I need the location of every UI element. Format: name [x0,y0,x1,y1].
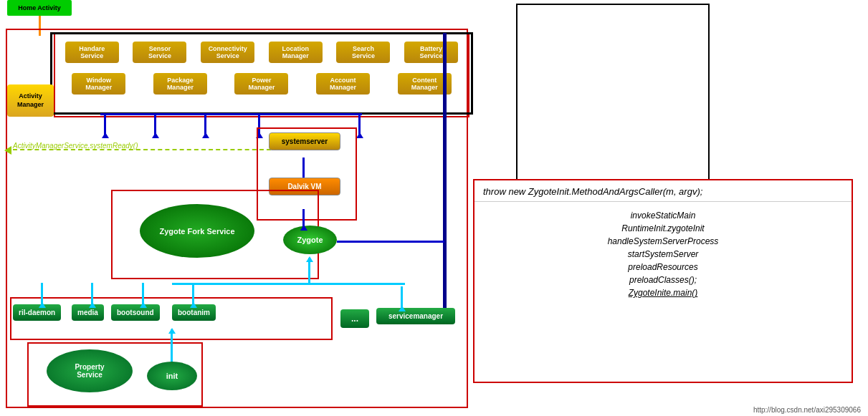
services-outer-box: HandareService SensorService Connectivit… [50,32,473,115]
service-power: PowerManager [234,73,288,95]
code-line-3: handleSystemServerProcess [489,235,837,248]
service-account: AccountManager [316,73,370,95]
code-line-1: invokeStaticMain [489,209,837,222]
blue-hline [100,113,362,115]
ril-daemon-box: ril-daemon [13,304,61,321]
cyan-arrow-3 [140,302,147,308]
url-bar: http://blog.csdn.net/axi295309066 [753,406,861,414]
code-line-7: ZygoteInite.main() [489,286,837,299]
code-line-5: preloadResources [489,261,837,274]
property-service-box: PropertyService [47,349,133,392]
servicemanager-box: servicemanager [376,308,455,324]
dalvik-zygote-arrow [300,225,307,231]
blue-arrow-2 [152,132,159,138]
service-sensor: SensorService [133,42,186,63]
service-connectivity: ConnectivityService [201,42,254,63]
red-code-box: throw new ZygoteInit.MethodAndArgsCaller… [473,179,853,383]
systemserver-box: systemserver [269,132,340,150]
cyan-arrow-main [306,256,313,262]
init-box: init [147,362,197,390]
service-window: WindowManager [72,73,125,95]
cyan-arrow-2 [89,302,96,308]
code-line-2: RuntimeInit.zygoteInit [489,222,837,235]
ss-dalvik-connector [302,158,305,179]
service-search: SearchService [336,42,390,63]
service-handare: HandareService [65,42,119,63]
blue-arrow-3 [202,132,209,138]
service-package: PackageManager [153,73,207,95]
zygote-fork-box: Zygote Fork Service [140,204,254,258]
zygote-box: Zygote [283,226,337,254]
service-battery: BatteryService [404,42,458,63]
bootsound-box: bootsound [111,304,160,321]
code-line-4: startSystemServer [489,248,837,261]
green-arrow-icon [4,146,11,155]
zygote-main-hline [337,241,444,243]
blue-connector-2 [154,113,156,135]
cyan-arrow-4 [190,302,197,308]
home-activity-box: Home Activity [7,0,72,16]
init-up-arrow [168,328,176,334]
blue-connector-3 [204,113,206,135]
cyan-arrow-5 [399,306,406,311]
blue-arrow-5 [356,132,363,138]
zygote-main-underline: ZygoteInite.main() [629,288,698,298]
green-dashed-connector [13,149,271,150]
code-line-6: preloadClasses(); [489,274,837,286]
code-content-area: invokeStaticMain RuntimeInit.zygoteInit … [474,202,852,306]
ellipsis-box: ... [340,309,369,328]
blue-arrow-1 [102,132,109,138]
blue-connector-1 [104,113,106,135]
black-box-top [516,4,710,197]
blue-connector-5 [358,113,361,135]
init-up-connector [171,329,173,362]
cyan-hline [172,283,405,285]
service-location: LocationManager [269,42,323,63]
code-first-line: throw new ZygoteInit.MethodAndArgsCaller… [474,180,852,202]
blue-main-vline [443,33,447,319]
media-box: media [72,304,104,321]
activity-manager-box: ActivityManager [7,84,54,117]
cyan-arrow-1 [39,302,46,308]
